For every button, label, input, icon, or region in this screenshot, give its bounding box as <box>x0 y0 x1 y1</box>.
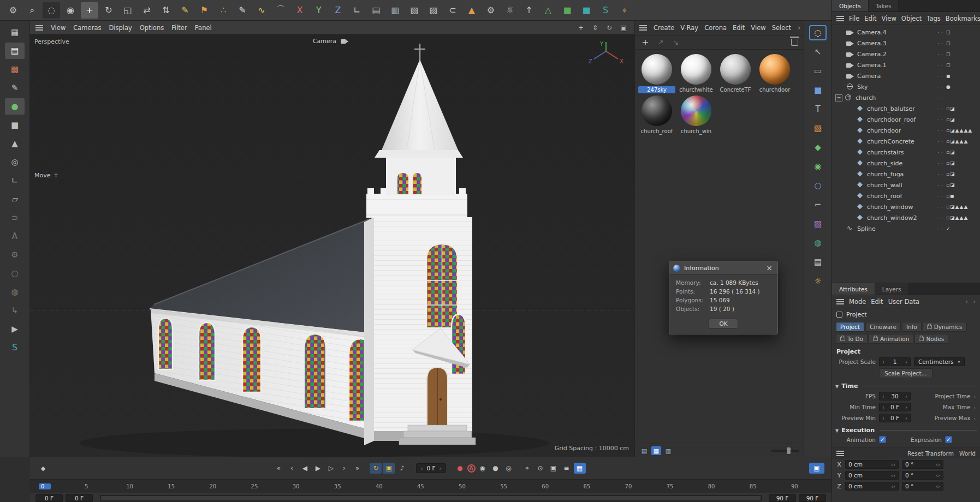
remesh-icon[interactable]: ■ <box>578 2 595 19</box>
menu-overflow-arrow[interactable] <box>798 24 800 32</box>
objects-menu-icon[interactable] <box>836 15 844 22</box>
object-tags[interactable]: ● <box>946 84 978 89</box>
loop-toggle[interactable]: ↻ <box>370 463 382 474</box>
viewport-menu-icon[interactable] <box>35 25 43 31</box>
project-scale-unit-dropdown[interactable]: Centimeters <box>914 357 965 366</box>
timeline-ruler[interactable]: 051015202530354045505560657075808590 <box>30 479 831 493</box>
live-selection-tool[interactable]: ◌ <box>43 2 60 19</box>
environment-icon[interactable]: ◍ <box>809 235 827 250</box>
visibility-dots[interactable] <box>937 150 943 156</box>
tab-attributes[interactable]: Attributes <box>832 283 875 295</box>
timeline-layout-button[interactable]: ▣ <box>809 463 824 474</box>
object-tags[interactable]: ▫◪ <box>946 182 978 188</box>
object-tags[interactable]: ◻ <box>946 62 978 68</box>
viewport-menu-item[interactable]: Options <box>140 24 164 32</box>
object-tags[interactable]: ▫◪▲▲▲ <box>946 139 978 144</box>
next-frame-button[interactable]: ▷ <box>325 463 337 474</box>
attribute-tab[interactable]: Info <box>902 322 922 332</box>
visibility-dots[interactable] <box>937 95 943 101</box>
minimal-mode-button[interactable]: ▦ <box>574 463 586 474</box>
light-icon[interactable]: ☼ <box>809 273 827 289</box>
section-execution[interactable]: Execution <box>835 427 977 434</box>
material-item[interactable]: 247sky <box>638 54 675 93</box>
viewport-menu-item[interactable]: Filter <box>171 24 187 32</box>
materials-menu-item[interactable]: Select <box>772 24 791 32</box>
close-icon[interactable] <box>765 264 774 272</box>
modeling-gear-icon[interactable]: ⚙ <box>5 247 25 263</box>
cursor-select-icon[interactable]: ↖ <box>809 44 827 59</box>
objects-menu-item[interactable]: Edit <box>864 15 876 22</box>
objects-menu-item[interactable]: Tags <box>926 15 940 22</box>
history-forward-icon[interactable] <box>973 298 976 305</box>
spline-smooth-tool[interactable]: ∿ <box>253 2 270 19</box>
object-row[interactable]: church_roof ▫◼ <box>832 190 980 201</box>
text-primitive-icon[interactable]: T <box>809 101 827 117</box>
object-tags[interactable]: ◻ <box>946 29 978 35</box>
object-row[interactable]: churchConcrete ▫◪▲▲▲ <box>832 136 980 147</box>
prev-frame-button[interactable]: ◀ <box>299 463 311 474</box>
live-selection-icon[interactable]: ◌ <box>809 25 827 40</box>
visibility-dots[interactable] <box>937 204 943 210</box>
range-end-field-2[interactable]: 90 F <box>799 494 826 502</box>
sphere-primitive-icon[interactable]: ○ <box>809 178 827 193</box>
modeling-icon-2[interactable]: ▨ <box>425 2 442 19</box>
object-row[interactable]: church_wall ▫◪ <box>832 180 980 190</box>
autokey-button[interactable]: A <box>467 464 476 473</box>
object-row[interactable]: Camera ◼ <box>832 70 980 81</box>
object-row[interactable]: Camera.4 ◻ <box>832 27 980 38</box>
sound-toggle[interactable]: ♪ <box>396 463 408 474</box>
zoom-tool[interactable]: ⌕ <box>23 2 41 19</box>
attributes-menu-item[interactable]: User Data <box>888 298 919 306</box>
attributes-menu-icon[interactable] <box>836 298 844 305</box>
visibility-dots[interactable] <box>937 29 943 35</box>
volume-box-icon[interactable]: ◆ <box>809 140 827 155</box>
redirect-arrow-icon[interactable]: ↳ <box>5 302 25 319</box>
next-key-button[interactable]: › <box>338 463 350 474</box>
viewport-menu-item[interactable]: Cameras <box>73 24 101 32</box>
material-item[interactable]: churchdoor <box>756 54 793 93</box>
expression-checkbox[interactable] <box>945 436 952 443</box>
polygon-mode-icon[interactable]: ▱ <box>5 191 25 207</box>
scale-project-button[interactable]: Scale Project... <box>879 368 933 378</box>
visibility-dots[interactable] <box>937 106 943 112</box>
viewport-menu-item[interactable]: Panel <box>195 24 212 32</box>
spline-pen-tool[interactable]: ✎ <box>176 2 194 19</box>
attribute-tab[interactable]: Nodes <box>914 334 948 344</box>
spline-s-icon[interactable]: S <box>5 339 25 356</box>
object-tags[interactable]: ▫◪▲▲▲▲ <box>946 128 978 133</box>
key-position-button[interactable]: ● <box>490 463 502 474</box>
prev-key-button[interactable]: ‹ <box>286 463 298 474</box>
attribute-tab[interactable]: To Do <box>836 334 868 344</box>
viewport[interactable]: Perspective Camera Move+ Y Z X Grid Spac… <box>30 35 634 457</box>
workplane-up-icon[interactable]: ↑ <box>520 2 538 19</box>
object-tags[interactable]: ▫◪ <box>946 106 978 111</box>
grid-view-icon[interactable]: ▦ <box>651 446 661 455</box>
active-camera-label[interactable]: Camera <box>313 38 352 45</box>
rotation-field[interactable]: 0 ° <box>902 460 943 469</box>
attribute-tab[interactable]: Cineware <box>865 322 901 332</box>
autokey-region-toggle[interactable]: ▣ <box>383 463 395 474</box>
materials-menu-item[interactable]: Create <box>654 24 674 32</box>
visibility-dots[interactable] <box>937 51 943 57</box>
material-item[interactable]: ConcreteTF <box>717 54 754 93</box>
value-field[interactable]: 30 <box>879 392 911 401</box>
snapshot-grid-icon[interactable]: ▤ <box>5 43 25 59</box>
dolly-view-icon[interactable]: ⇕ <box>590 23 601 33</box>
pose-pin-icon[interactable]: ⌖ <box>616 2 633 19</box>
key-rotation-button[interactable]: ◎ <box>503 463 515 474</box>
visibility-dots[interactable] <box>937 193 943 199</box>
play-button[interactable]: ▶ <box>312 463 324 474</box>
sketch-tool[interactable]: ✎ <box>234 2 251 19</box>
sphere-icon[interactable]: ◍ <box>5 284 25 300</box>
section-time[interactable]: Time <box>835 383 977 390</box>
volume-mesh-icon[interactable]: ■ <box>559 2 576 19</box>
frame-all-button[interactable]: ▣ <box>548 463 560 474</box>
visibility-dots[interactable] <box>937 40 943 46</box>
rectangle-selection-tool[interactable]: ◉ <box>62 2 79 19</box>
visibility-dots[interactable] <box>937 84 943 90</box>
point-mode-icon[interactable]: ▲ <box>5 135 25 152</box>
scale-tool[interactable]: ◱ <box>119 2 136 19</box>
axis-tool-icon[interactable]: ⌐ <box>809 197 827 212</box>
make-editable-icon[interactable]: ▤ <box>367 2 385 19</box>
play-icon[interactable]: ▶ <box>5 321 25 337</box>
